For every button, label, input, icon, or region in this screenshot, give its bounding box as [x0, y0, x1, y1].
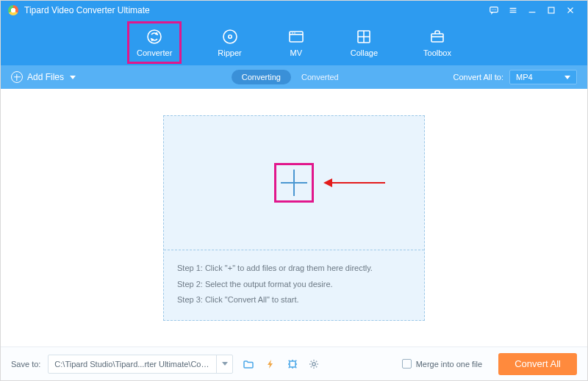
- svg-point-14: [312, 362, 315, 365]
- gear-icon: [308, 358, 320, 370]
- svg-rect-12: [431, 34, 443, 42]
- minimize-button[interactable]: [523, 1, 542, 20]
- main-area: Step 1: Click "+" to add files or drag t…: [1, 89, 587, 346]
- nav-tab-converter[interactable]: Converter: [131, 25, 178, 60]
- svg-point-1: [492, 10, 492, 10]
- plus-circle-icon: [11, 71, 23, 83]
- output-format-select[interactable]: MP4: [509, 70, 577, 84]
- close-button[interactable]: [561, 1, 580, 20]
- step-text: Step 3: Click "Convert All" to start.: [177, 292, 411, 308]
- svg-point-9: [292, 32, 293, 34]
- nav-tab-mv[interactable]: MV: [282, 25, 311, 60]
- annotation-arrow: [323, 178, 385, 187]
- add-files-button[interactable]: Add Files: [11, 71, 76, 83]
- folder-icon: [243, 358, 254, 370]
- svg-point-6: [223, 30, 237, 43]
- collage-icon: [355, 28, 373, 46]
- svg-point-7: [228, 35, 231, 38]
- convert-all-to-label: Convert All to:: [453, 73, 503, 81]
- save-to-label: Save to:: [11, 360, 40, 369]
- svg-rect-13: [290, 361, 295, 367]
- toolbox-icon: [429, 28, 446, 46]
- seg-converting[interactable]: Converting: [232, 70, 291, 84]
- app-window: Tipard Video Converter Ultimate Converte…: [0, 0, 588, 381]
- convert-all-button[interactable]: Convert All: [498, 353, 577, 375]
- nav-tab-toolbox[interactable]: Toolbox: [417, 25, 457, 60]
- status-segment: Converting Converted: [232, 70, 349, 84]
- nav-label: Converter: [137, 48, 172, 57]
- save-path-dropdown[interactable]: [216, 355, 232, 373]
- nav-label: Ripper: [218, 48, 241, 57]
- footer-icon-group: [240, 356, 323, 372]
- step-text: Step 2: Select the output format you des…: [177, 277, 411, 292]
- app-logo-icon: [8, 5, 18, 15]
- seg-converted[interactable]: Converted: [291, 70, 349, 84]
- mv-icon: [287, 28, 305, 46]
- drop-zone[interactable]: Step 1: Click "+" to add files or drag t…: [163, 115, 425, 321]
- sub-toolbar: Add Files Converting Converted Convert A…: [1, 65, 587, 89]
- svg-point-5: [148, 30, 161, 43]
- menu-button[interactable]: [503, 1, 523, 20]
- add-files-plus-button[interactable]: [276, 165, 312, 200]
- open-folder-button[interactable]: [240, 356, 257, 372]
- converter-icon: [146, 28, 163, 46]
- nav-label: Collage: [351, 48, 378, 57]
- lightning-icon: [265, 358, 276, 370]
- nav-label: MV: [290, 48, 302, 57]
- minimize-icon: [527, 5, 537, 15]
- output-format-value: MP4: [516, 73, 533, 81]
- nav-label: Toolbox: [423, 48, 451, 57]
- svg-point-2: [493, 10, 494, 10]
- footer-bar: Save to: C:\Tipard Studio\Tipard...rter …: [1, 346, 587, 380]
- ripper-icon: [221, 28, 239, 46]
- nav-tab-collage[interactable]: Collage: [345, 25, 384, 60]
- merge-label: Merge into one file: [416, 360, 483, 369]
- settings-button[interactable]: [306, 356, 323, 372]
- svg-point-3: [495, 10, 496, 10]
- svg-rect-8: [290, 32, 303, 42]
- title-bar: Tipard Video Converter Ultimate: [1, 1, 587, 20]
- chevron-down-icon: [564, 76, 570, 79]
- hardware-encode-button[interactable]: [284, 356, 301, 372]
- merge-checkbox[interactable]: Merge into one file: [402, 359, 483, 369]
- close-icon: [565, 5, 576, 15]
- gpu-accel-button[interactable]: [262, 356, 279, 372]
- main-nav: Converter Ripper MV Collage Toolbox: [1, 20, 587, 65]
- plus-icon: [281, 170, 307, 196]
- save-path-control: C:\Tipard Studio\Tipard...rter Ultimate\…: [48, 355, 233, 374]
- maximize-icon: [546, 5, 556, 15]
- save-path-field[interactable]: C:\Tipard Studio\Tipard...rter Ultimate\…: [49, 360, 216, 369]
- app-title: Tipard Video Converter Ultimate: [24, 5, 150, 15]
- instruction-steps: Step 1: Click "+" to add files or drag t…: [164, 250, 424, 319]
- nav-tab-ripper[interactable]: Ripper: [212, 25, 247, 60]
- svg-rect-4: [548, 7, 554, 13]
- svg-point-10: [294, 32, 295, 34]
- chevron-down-icon: [222, 362, 228, 366]
- speech-bubble-icon: [489, 5, 499, 15]
- convert-all-to: Convert All to: MP4: [453, 70, 577, 84]
- checkbox-icon: [402, 359, 412, 369]
- feedback-button[interactable]: [484, 1, 503, 20]
- maximize-button[interactable]: [542, 1, 561, 20]
- convert-all-label: Convert All: [514, 358, 561, 369]
- hamburger-icon: [508, 5, 518, 15]
- step-text: Step 1: Click "+" to add files or drag t…: [177, 261, 411, 276]
- chip-icon: [287, 358, 298, 370]
- drop-zone-upper[interactable]: [164, 116, 424, 251]
- chevron-down-icon: [70, 76, 76, 79]
- add-files-label: Add Files: [27, 72, 64, 82]
